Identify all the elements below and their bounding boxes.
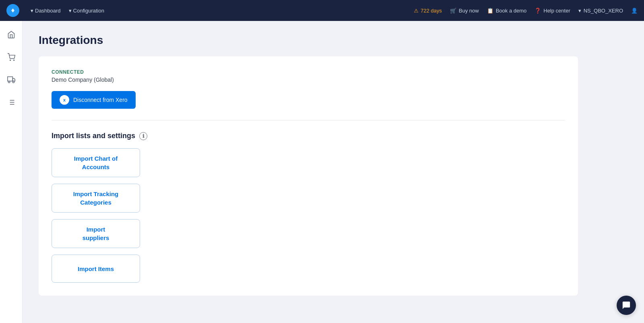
sidebar-orders[interactable] (4, 50, 19, 64)
buy-icon: 🛒 (450, 8, 456, 14)
integrations-card: CONNECTED Demo Company (Global) x Discon… (39, 56, 578, 296)
svg-point-4 (8, 81, 10, 83)
top-nav: ▾ Dashboard ▾ Configuration ⚠ 722 days 🛒… (0, 0, 644, 21)
nav-dashboard[interactable]: ▾ Dashboard (31, 8, 61, 14)
import-buttons-container: Import Chart ofAccounts Import TrackingC… (52, 148, 565, 283)
import-section: Import lists and settings ℹ Import Chart… (52, 132, 565, 283)
import-suppliers-button[interactable]: Importsuppliers (52, 219, 140, 248)
svg-point-1 (10, 60, 10, 61)
section-title: Import lists and settings ℹ (52, 132, 565, 140)
app-logo[interactable] (6, 4, 19, 17)
svg-point-2 (13, 60, 14, 61)
nav-right: ⚠ 722 days 🛒 Buy now 📋 Book a demo ❓ Hel… (414, 8, 638, 14)
account-menu[interactable]: ▾ NS_QBO_XERO (578, 8, 623, 14)
main-content: Integrations CONNECTED Demo Company (Glo… (23, 21, 644, 323)
xero-logo: x (60, 95, 69, 105)
import-chart-accounts-button[interactable]: Import Chart ofAccounts (52, 148, 140, 177)
page-title: Integrations (39, 34, 628, 47)
connection-status: CONNECTED Demo Company (Global) x Discon… (52, 69, 565, 109)
demo-icon: 📋 (487, 8, 493, 14)
warning-days[interactable]: ⚠ 722 days (414, 8, 442, 14)
chevron-down-icon: ▾ (31, 8, 33, 14)
main-layout: Integrations CONNECTED Demo Company (Glo… (0, 21, 644, 323)
help-center-btn[interactable]: ❓ Help center (535, 8, 570, 14)
sidebar (0, 21, 23, 323)
connected-label: CONNECTED (52, 69, 565, 75)
user-avatar-btn[interactable]: 👤 (631, 8, 638, 14)
chevron-down-icon: ▾ (578, 8, 581, 14)
import-items-button[interactable]: Import Items (52, 255, 140, 283)
user-icon: 👤 (631, 8, 638, 14)
info-icon[interactable]: ℹ (139, 132, 147, 140)
help-icon: ❓ (535, 8, 541, 14)
buy-now-btn[interactable]: 🛒 Buy now (450, 8, 479, 14)
svg-rect-3 (7, 77, 12, 81)
import-tracking-categories-button[interactable]: Import TrackingCategories (52, 184, 140, 213)
sidebar-list[interactable] (4, 95, 19, 110)
book-demo-btn[interactable]: 📋 Book a demo (487, 8, 527, 14)
sidebar-home[interactable] (4, 27, 19, 42)
chevron-down-icon: ▾ (69, 8, 72, 14)
chat-bubble-button[interactable] (617, 296, 636, 315)
svg-point-5 (12, 81, 14, 83)
nav-configuration[interactable]: ▾ Configuration (69, 8, 104, 14)
sidebar-truck[interactable] (4, 72, 19, 87)
company-name: Demo Company (Global) (52, 77, 565, 83)
divider (52, 120, 565, 120)
warning-icon: ⚠ (414, 8, 419, 14)
disconnect-xero-button[interactable]: x Disconnect from Xero (52, 91, 136, 109)
